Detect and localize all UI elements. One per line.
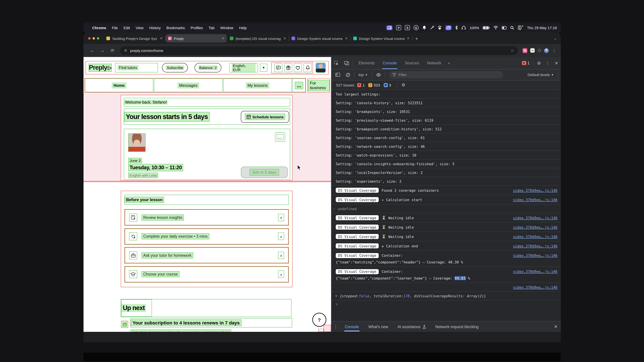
tutor-photo[interactable]	[128, 133, 146, 152]
menu-item-file[interactable]: File	[112, 26, 118, 30]
display-toggle-icon[interactable]	[502, 25, 507, 30]
menu-item-edit[interactable]: Edit	[124, 26, 130, 30]
nav-item-messages[interactable]: Messages	[154, 78, 223, 92]
task-chevron-icon[interactable]: ›	[278, 271, 284, 278]
forward-button[interactable]: →	[100, 48, 105, 53]
minimize-window-button[interactable]	[92, 37, 95, 39]
browser-menu-icon[interactable]: ⋮	[552, 48, 556, 53]
extensions-puzzle-icon[interactable]: ⬡	[538, 48, 541, 53]
devtools-settings-gear-icon[interactable]: ⚙	[535, 60, 544, 65]
chat-icon[interactable]	[274, 63, 282, 72]
lesson-menu-button[interactable]: ...	[275, 132, 285, 142]
drawer-close-icon[interactable]: ✕	[551, 324, 561, 329]
nav-more-button[interactable]: ...	[292, 78, 306, 92]
extension-leaf-icon[interactable]: ❧	[530, 48, 535, 53]
tab-close-icon[interactable]: ✕	[160, 36, 163, 40]
console-filter-input[interactable]: Filter	[389, 71, 503, 78]
inspect-element-icon[interactable]	[332, 61, 342, 65]
locale-selector[interactable]: English, EUR	[230, 63, 258, 72]
browser-tab-2[interactable]: ▷Preply✕	[166, 34, 227, 42]
tab-close-icon[interactable]: ✕	[345, 36, 348, 40]
drawer-tab-console[interactable]: Console	[340, 322, 364, 332]
search-icon[interactable]	[510, 25, 514, 30]
schedule-lessons-button[interactable]: Schedule lessons	[241, 111, 289, 123]
menu-item-profiles[interactable]: Profiles	[190, 26, 203, 30]
headphones-icon[interactable]	[462, 25, 466, 30]
source-link[interactable]: video.370d9ee….js:146	[508, 270, 558, 274]
more-panels-chevron[interactable]: »	[445, 61, 452, 65]
source-link[interactable]: video.370d9ee….js:146	[508, 285, 558, 289]
source-link[interactable]: video.370d9ee….js:146	[508, 216, 558, 220]
bell-icon[interactable]	[422, 25, 426, 30]
devtools-tab-console[interactable]: Console	[379, 57, 401, 69]
browser-tab-4[interactable]: Design System visual covera✕	[289, 34, 350, 42]
nav-item-home[interactable]: Home	[85, 78, 154, 92]
preply-logo[interactable]: Preply▷	[88, 64, 112, 72]
zoom-window-button[interactable]	[97, 37, 99, 39]
tab-close-icon[interactable]: ✕	[283, 36, 286, 40]
browser-tab-1[interactable]: Tackling Preply's Design Sys✕	[104, 34, 165, 42]
wifi-icon[interactable]	[494, 25, 498, 30]
join-lesson-button[interactable]: Join in 5 days	[241, 167, 288, 178]
screen-record-icon[interactable]	[386, 25, 392, 30]
reload-button[interactable]: ⟳	[111, 48, 114, 53]
eye-icon[interactable]	[373, 73, 384, 77]
task-chevron-icon[interactable]: ›	[278, 214, 284, 221]
locale-chevron-icon[interactable]: ▼	[260, 64, 267, 72]
tab-search-chevron-icon[interactable]: ⌄	[554, 36, 557, 40]
browser-profile-avatar[interactable]	[544, 48, 549, 53]
task-chevron-icon[interactable]: ›	[278, 233, 284, 240]
issues-bar[interactable]: 527 Issues: ✕ 1 ! 523 ▤ 3 ⚙	[332, 80, 561, 90]
clear-console-icon[interactable]	[343, 72, 353, 77]
layers-icon[interactable]	[438, 25, 442, 30]
devtools-tab-elements[interactable]: Elements	[354, 57, 379, 69]
drawer-menu-icon[interactable]: ⋮	[332, 324, 340, 329]
issues-settings-gear-icon[interactable]: ⚙	[402, 82, 405, 87]
nav-item-my-lessons[interactable]: My lessons	[223, 78, 292, 92]
help-button[interactable]: ?	[312, 313, 326, 327]
menu-item-help[interactable]: Help	[239, 26, 247, 30]
nav-for-business[interactable]: For business	[308, 78, 330, 92]
heart-icon[interactable]	[294, 63, 302, 72]
subscribe-button[interactable]: Subscribe	[162, 63, 188, 72]
console-sidebar-icon[interactable]	[333, 73, 343, 77]
app-p-icon[interactable]: P	[396, 25, 401, 30]
log-levels-selector[interactable]: Default levels ▼	[528, 73, 556, 77]
context-selector[interactable]: top ▼	[356, 73, 370, 77]
window-manager-icon[interactable]	[446, 25, 452, 30]
user-avatar[interactable]	[316, 63, 326, 73]
new-tab-button[interactable]: +	[415, 36, 418, 41]
back-button[interactable]: ←	[90, 48, 94, 53]
devtools-close-icon[interactable]: ✕	[552, 60, 561, 65]
menu-item-bookmarks[interactable]: Bookmarks	[166, 26, 185, 30]
device-toolbar-icon[interactable]	[342, 61, 352, 65]
devtools-tab-sources[interactable]: Sources	[401, 57, 423, 69]
task-chevron-icon[interactable]: ›	[278, 252, 284, 259]
notifications-bell-icon[interactable]	[304, 63, 312, 72]
balance-button[interactable]: Balance: 2	[194, 63, 221, 72]
bookmark-star-icon[interactable]: ☆	[510, 48, 514, 53]
drawer-tab-ai-assistance[interactable]: AI assistance	[393, 322, 431, 332]
source-link[interactable]: video.370d9ee….js:146	[508, 188, 558, 192]
source-link[interactable]: video.370d9ee….js:146	[508, 225, 558, 229]
menu-item-chrome[interactable]: Chrome	[92, 26, 106, 30]
tool-icon[interactable]	[430, 25, 434, 30]
address-bar[interactable]: ⊜ preply.com/en/home ☆	[120, 46, 518, 55]
menu-item-view[interactable]: View	[136, 26, 144, 30]
extension-percent-icon[interactable]: %	[523, 48, 528, 53]
task-row-1[interactable]: Review lesson insights›	[124, 209, 289, 226]
site-settings-icon[interactable]: ⊜	[124, 48, 127, 53]
menu-item-window[interactable]: Window	[220, 26, 233, 30]
menu-item-tab[interactable]: Tab	[209, 26, 215, 30]
source-link[interactable]: video.370d9ee….js:146	[508, 234, 558, 239]
tab-close-icon[interactable]: ✕	[407, 36, 410, 40]
menu-bar-clock[interactable]: Thu 29 May 17:18	[527, 26, 557, 30]
devtools-tab-network[interactable]: Network	[423, 57, 445, 69]
close-window-button[interactable]	[88, 37, 90, 39]
menu-item-history[interactable]: History	[149, 26, 161, 30]
console-prompt[interactable]: >	[332, 300, 561, 308]
app-s-icon[interactable]: S	[405, 25, 410, 30]
source-link[interactable]: video.370d9ee….js:146	[508, 244, 558, 248]
gift-icon[interactable]	[284, 63, 292, 72]
browser-tab-3[interactable]: (template) DS visual coverag✕	[228, 34, 288, 42]
